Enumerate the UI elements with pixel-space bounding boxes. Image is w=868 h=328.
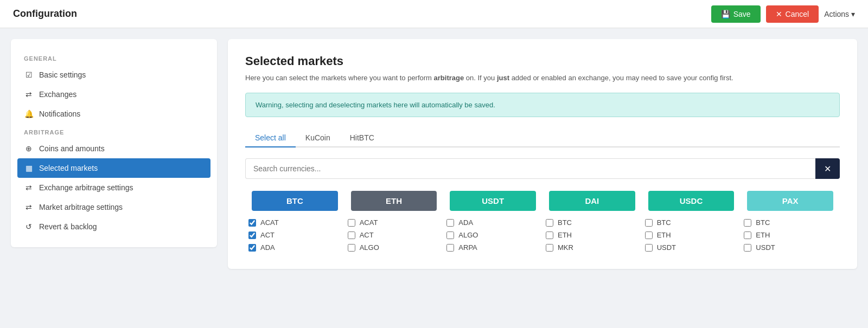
checkbox-btc-ada[interactable] [248,244,256,252]
checkbox-eth-act[interactable] [348,231,355,239]
checkbox-row: USDT [645,241,738,254]
checkbox-row: ETH [546,229,639,241]
checkbox-row: ACAT [248,216,341,229]
search-clear-button[interactable]: ✕ [815,158,840,179]
checkbox-label: ACAT [360,218,378,227]
cancel-icon: ✕ [776,10,782,18]
currency-col-btc: BTCACATACTADA [245,191,344,254]
general-section-label: GENERAL [11,50,217,65]
checkbox-row: ALGO [348,241,441,254]
main-content: Selected markets Here you can select the… [228,39,857,269]
checkbox-row: USDT [744,241,837,254]
tab-select-all[interactable]: Select all [245,129,296,147]
sidebar-item-exchange-arb[interactable]: ⇄ Exchange arbitrage settings [11,178,217,197]
sidebar-item-market-arb[interactable]: ⇄ Market arbitrage settings [11,197,217,217]
checkbox-label: ALGO [360,243,379,252]
checkbox-eth-algo[interactable] [348,244,355,252]
checkbox-label: BTC [558,218,572,227]
checkbox-btc-act[interactable] [248,231,256,239]
checkbox-pax-eth[interactable] [744,231,751,239]
currency-header-eth: ETH [351,191,437,211]
sidebar-item-revert-backlog[interactable]: ↺ Revert & backlog [11,217,217,236]
currency-col-eth: ETHACATACTALGO [344,191,444,254]
tab-kucoin[interactable]: KuCoin [296,129,340,147]
checkbox-eth-acat[interactable] [348,219,355,227]
sidebar: GENERAL ☑ Basic settings ⇄ Exchanges 🔔 N… [11,39,217,247]
checkbox-dai-mkr[interactable] [546,244,553,252]
checkbox-row: ACT [348,229,441,241]
save-button[interactable]: 💾 Save [711,5,761,23]
save-icon: 💾 [721,10,730,18]
currency-header-btc: BTC [252,191,338,211]
coins-icon: ⊕ [24,144,34,153]
search-input[interactable] [245,158,815,179]
checkbox-label: ADA [458,218,473,227]
checkbox-label: ACT [360,231,374,239]
checkbox-usdt-arpa[interactable] [446,244,454,252]
checkbox-label: ACT [260,231,275,239]
checkbox-label: BTC [756,218,770,227]
checkbox-usdt-ada[interactable] [446,219,454,227]
sidebar-item-notifications[interactable]: 🔔 Notifications [11,104,217,124]
topbar-actions: 💾 Save ✕ Cancel Actions ▾ [711,5,855,23]
checkbox-row: BTC [645,216,738,229]
sidebar-item-selected-markets[interactable]: ▦ Selected markets [17,158,210,178]
checkbox-label: ALGO [458,231,478,239]
main-description: Here you can select the markets where yo… [245,74,840,82]
currency-header-usdt: USDT [450,191,536,211]
checkbox-label: ARPA [458,243,477,252]
topbar: Configuration 💾 Save ✕ Cancel Actions ▾ [0,0,868,28]
exchange-arb-icon: ⇄ [24,183,34,192]
cancel-button[interactable]: ✕ Cancel [766,5,819,23]
checkbox-usdc-usdt[interactable] [645,244,653,252]
currency-col-pax: PAXBTCETHUSDT [741,191,840,254]
currency-header-usdc: USDC [648,191,735,211]
checkbox-usdc-eth[interactable] [645,231,653,239]
checkbox-row: ARPA [446,241,539,254]
tab-hitbtc[interactable]: HitBTC [340,129,384,147]
checkbox-row: ACT [248,229,341,241]
search-row: ✕ [245,158,840,179]
exchange-icon: ⇄ [24,90,34,99]
sidebar-item-coins-amounts[interactable]: ⊕ Coins and amounts [11,139,217,158]
checkbox-dai-btc[interactable] [546,219,553,227]
checkbox-label: ACAT [260,218,279,227]
checkbox-row: ACAT [348,216,441,229]
currency-grid: BTCACATACTADAETHACATACTALGOUSDTADAALGOAR… [245,191,840,254]
checkbox-pax-btc[interactable] [744,219,751,227]
page-title: Configuration [13,8,77,20]
tabs: Select all KuCoin HitBTC [245,129,840,147]
checkbox-row: ETH [645,229,738,241]
currency-col-usdc: USDCBTCETHUSDT [642,191,741,254]
checkbox-row: BTC [744,216,837,229]
checkbox-row: ADA [446,216,539,229]
checkbox-label: ETH [558,231,572,239]
currency-col-dai: DAIBTCETHMKR [542,191,642,254]
sidebar-item-exchanges[interactable]: ⇄ Exchanges [11,85,217,104]
checkbox-pax-usdt[interactable] [744,244,751,252]
layout: GENERAL ☑ Basic settings ⇄ Exchanges 🔔 N… [0,28,868,328]
actions-button[interactable]: Actions ▾ [824,10,855,18]
checkbox-row: ALGO [446,229,539,241]
market-arb-icon: ⇄ [24,203,34,211]
checkbox-dai-eth[interactable] [546,231,553,239]
currency-header-pax: PAX [747,191,833,211]
checkbox-icon: ☑ [24,70,34,79]
checkbox-usdc-btc[interactable] [645,219,653,227]
checkbox-btc-acat[interactable] [248,219,256,227]
checkbox-row: BTC [546,216,639,229]
checkbox-label: USDT [657,243,676,252]
warning-banner: Warning, selecting and deselecting marke… [245,93,840,117]
checkbox-label: MKR [558,243,573,252]
sidebar-item-basic-settings[interactable]: ☑ Basic settings [11,65,217,85]
currency-header-dai: DAI [549,191,635,211]
bell-icon: 🔔 [24,110,34,118]
checkbox-row: ADA [248,241,341,254]
checkbox-label: BTC [657,218,671,227]
checkbox-label: ADA [260,243,275,252]
markets-icon: ▦ [24,164,34,172]
checkbox-row: MKR [546,241,639,254]
revert-icon: ↺ [24,222,34,231]
checkbox-label: USDT [756,243,775,252]
checkbox-usdt-algo[interactable] [446,231,454,239]
